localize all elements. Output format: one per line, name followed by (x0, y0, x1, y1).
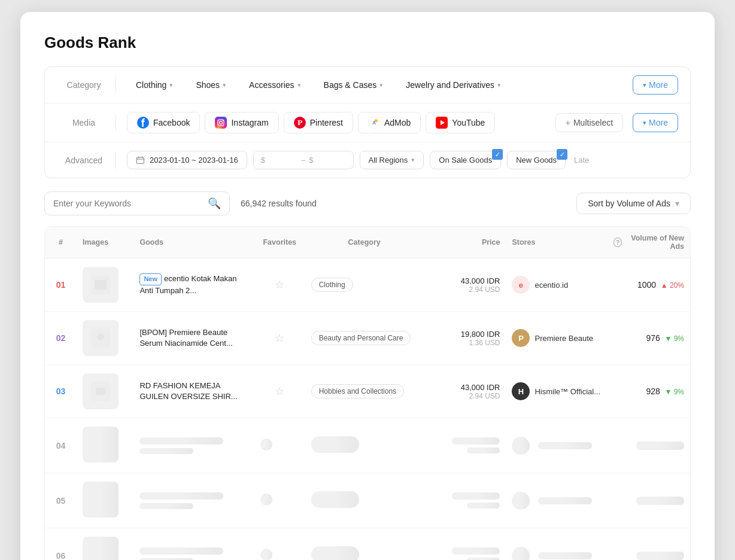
svg-rect-21 (96, 388, 105, 395)
favorite-star[interactable]: ☆ (260, 278, 299, 291)
category-jewelry[interactable]: Jewelry and Derivatives ▾ (397, 75, 510, 95)
rank-number: 03 (56, 386, 66, 396)
product-image (83, 267, 119, 303)
price-idr: 43,000 IDR (430, 276, 500, 285)
goods-table: # Images Goods Favorites Category Price … (45, 227, 690, 560)
media-instagram[interactable]: Instagram (205, 112, 278, 133)
table-row: 01 Newecentio Kotak Makan Anti Tumpah 2.… (45, 258, 690, 312)
instagram-icon (215, 117, 227, 129)
store-name: Hismile™ Official... (534, 387, 600, 396)
skeleton-price (452, 437, 500, 445)
col-images: Images (77, 227, 133, 258)
col-category: Category (305, 227, 424, 258)
favorite-star[interactable]: ☆ (260, 331, 299, 345)
skeleton-text (139, 503, 193, 509)
new-goods-toggle[interactable]: New Goods ✓ (507, 151, 566, 169)
chevron-down-icon: ▾ (297, 81, 301, 89)
results-count: 66,942 results found (241, 199, 317, 208)
skeleton-vol (636, 552, 684, 560)
skeleton-price (467, 558, 500, 560)
skeleton-store (512, 547, 602, 561)
checkmark-icon: ✓ (492, 149, 503, 160)
category-accessories[interactable]: Accessories ▾ (240, 75, 309, 95)
admob-icon: A (368, 117, 380, 129)
table-row: 03 RD FASHION KEMEJA GUILEN OVERSIZE SHI… (45, 365, 690, 418)
goods-name: [BPOM] Premiere Beaute Serum Niacinamide… (139, 327, 248, 349)
media-facebook[interactable]: Facebook (127, 112, 200, 133)
rank-number: 05 (56, 496, 66, 506)
price-min-input[interactable] (269, 156, 297, 165)
price-range-input: $ – $ (253, 151, 354, 169)
search-bar: 🔍 66,942 results found Sort by Volume of… (44, 191, 691, 215)
price-max-input[interactable] (317, 156, 346, 165)
sort-button[interactable]: Sort by Volume of Ads ▾ (576, 193, 691, 214)
skeleton-vol (636, 442, 684, 450)
store-name: Premiere Beaute (534, 334, 593, 343)
store-avatar: P (512, 329, 530, 347)
col-favorites: Favorites (254, 227, 305, 258)
chevron-down-icon: ▾ (411, 156, 415, 164)
pinterest-icon: P (294, 117, 306, 129)
late-indicator: Late (572, 156, 589, 165)
chevron-down-icon: ▾ (223, 81, 226, 89)
skeleton-price (452, 547, 500, 555)
volume-cell: 928 ▼ 9% (613, 386, 684, 396)
new-badge: New (139, 273, 162, 285)
skeleton-price (467, 503, 500, 509)
divider (116, 152, 116, 169)
skeleton-image (83, 537, 119, 560)
chevron-down-icon: ▾ (169, 81, 173, 89)
category-more-button[interactable]: ▾ More (633, 75, 678, 95)
media-youtube[interactable]: YouTube (426, 112, 495, 133)
table-header: # Images Goods Favorites Category Price … (45, 227, 690, 258)
on-sale-goods-toggle[interactable]: On Sale Goods ✓ (430, 151, 501, 169)
col-goods: Goods (133, 227, 254, 258)
media-pinterest[interactable]: P Pinterest (284, 112, 353, 133)
checkmark-icon: ✓ (557, 149, 567, 160)
col-volume: ? Volume of New Ads (608, 227, 690, 258)
advanced-controls: 2023-01-10 ~ 2023-01-16 $ – $ All Region… (127, 151, 589, 169)
main-card: Goods Rank Category Clothing ▾ Shoes ▾ A… (20, 12, 715, 560)
table-row: 05 (45, 473, 690, 528)
filter-panel: Category Clothing ▾ Shoes ▾ Accessories … (44, 66, 691, 178)
table-row: 06 (45, 528, 690, 561)
skeleton-text (139, 437, 223, 445)
category-clothing[interactable]: Clothing ▾ (127, 75, 182, 95)
media-admob[interactable]: A AdMob (358, 112, 421, 133)
date-range-picker[interactable]: 2023-01-10 ~ 2023-01-16 (127, 151, 247, 169)
price-usd: 2.94 USD (430, 392, 500, 400)
search-icon[interactable]: 🔍 (208, 197, 221, 210)
store-name: ecentio.id (534, 281, 568, 290)
volume-down-icon: ▼ 9% (664, 334, 684, 343)
price-idr: 43,000 IDR (430, 383, 500, 392)
search-input[interactable] (53, 199, 203, 208)
facebook-icon (137, 117, 149, 129)
chevron-down-icon: ▾ (497, 81, 501, 89)
rank-number: 01 (56, 280, 66, 290)
search-input-wrapper: 🔍 (44, 191, 230, 215)
category-bags[interactable]: Bags & Cases ▾ (315, 75, 393, 95)
favorite-star[interactable]: ☆ (260, 385, 299, 398)
media-more-button[interactable]: ▾ More (633, 113, 678, 132)
category-shoes[interactable]: Shoes ▾ (187, 75, 235, 95)
col-hash: # (45, 227, 77, 258)
youtube-icon (436, 117, 448, 129)
skeleton-star (260, 549, 272, 560)
svg-point-4 (223, 120, 224, 121)
chevron-down-icon: ▾ (379, 81, 383, 89)
skeleton-text (139, 558, 193, 561)
skeleton-price (467, 448, 500, 454)
region-dropdown[interactable]: All Regions ▾ (360, 151, 424, 169)
multiselect-button[interactable]: + Multiselect (555, 113, 623, 132)
product-image (83, 320, 119, 356)
col-price: Price (424, 227, 506, 258)
price-usd: 1.36 USD (430, 339, 500, 347)
skeleton-badge (311, 546, 359, 560)
svg-text:P: P (297, 118, 302, 127)
help-icon: ? (613, 238, 622, 247)
chevron-down-icon: ▾ (643, 119, 646, 127)
table-row: 04 (45, 418, 690, 473)
volume-cell: 1000 ▲ 20% (613, 280, 684, 290)
skeleton-badge (311, 436, 359, 453)
rank-number: 04 (56, 441, 66, 451)
